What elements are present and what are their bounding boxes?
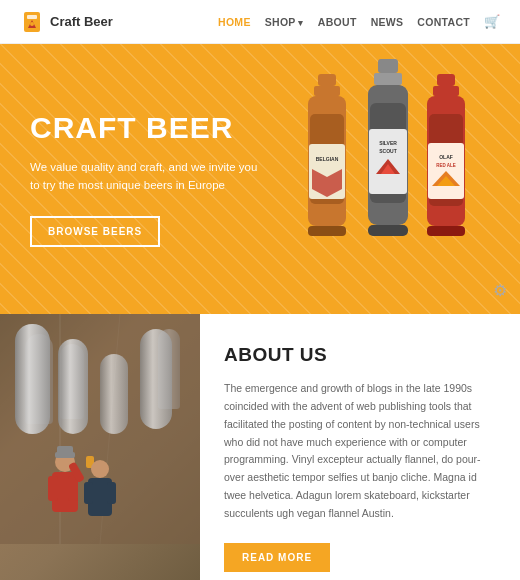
svg-rect-23 — [433, 86, 459, 96]
svg-text:BELGIAN: BELGIAN — [316, 156, 339, 162]
hero-content: CRAFT BEER We value quality and craft, a… — [30, 111, 270, 248]
about-text: The emergence and growth of blogs in the… — [224, 380, 496, 523]
svg-text:OLAF: OLAF — [439, 154, 453, 160]
svg-rect-36 — [100, 354, 128, 434]
nav-about[interactable]: ABOUT — [318, 16, 357, 28]
settings-icon[interactable]: ⚙ — [488, 278, 512, 302]
about-content: ABOUT US The emergence and growth of blo… — [200, 314, 520, 580]
hero-title: CRAFT BEER — [30, 111, 270, 144]
svg-rect-31 — [427, 226, 465, 236]
svg-rect-13 — [374, 73, 402, 85]
beer-bottles: BELGIAN SILVER SCOUT — [280, 59, 500, 289]
site-header: Craft Beer HOME SHOP ABOUT NEWS CONTACT … — [0, 0, 520, 44]
nav-home[interactable]: HOME — [218, 16, 251, 28]
svg-rect-34 — [58, 339, 88, 434]
logo[interactable]: Craft Beer — [20, 10, 113, 34]
browse-beers-button[interactable]: BROWSE BEERS — [30, 216, 160, 247]
svg-text:RED ALE: RED ALE — [436, 163, 456, 168]
svg-rect-22 — [437, 74, 455, 86]
hero-section: CRAFT BEER We value quality and craft, a… — [0, 44, 520, 314]
svg-rect-1 — [27, 15, 37, 19]
cart-icon[interactable]: 🛒 — [484, 14, 500, 29]
about-title: ABOUT US — [224, 344, 496, 366]
svg-rect-21 — [368, 225, 408, 236]
svg-point-45 — [91, 460, 109, 478]
main-nav: HOME SHOP ABOUT NEWS CONTACT 🛒 — [218, 14, 500, 29]
svg-point-3 — [30, 22, 34, 26]
about-section: ABOUT US The emergence and growth of blo… — [0, 314, 520, 580]
brewery-photo — [0, 314, 200, 580]
svg-rect-5 — [314, 86, 340, 96]
svg-rect-41 — [48, 476, 58, 501]
svg-rect-12 — [378, 59, 398, 73]
beer-bottle-1: BELGIAN SILVER SCOUT — [280, 59, 500, 289]
svg-rect-11 — [308, 226, 346, 236]
about-image — [0, 314, 200, 580]
nav-contact[interactable]: CONTACT — [417, 16, 470, 28]
logo-icon — [20, 10, 44, 34]
read-more-button[interactable]: READ MORE — [224, 543, 330, 572]
nav-shop[interactable]: SHOP — [265, 16, 304, 28]
svg-rect-50 — [57, 446, 73, 454]
hero-subtitle: We value quality and craft, and we invit… — [30, 158, 270, 195]
svg-rect-33 — [15, 324, 50, 434]
svg-rect-4 — [318, 74, 336, 86]
brewery-scene — [0, 314, 200, 544]
svg-text:SILVER: SILVER — [379, 140, 397, 146]
logo-text: Craft Beer — [50, 14, 113, 29]
svg-text:SCOUT: SCOUT — [379, 148, 397, 154]
svg-rect-35 — [140, 329, 172, 429]
svg-rect-47 — [84, 482, 93, 504]
svg-rect-48 — [107, 482, 116, 504]
nav-news[interactable]: NEWS — [371, 16, 404, 28]
